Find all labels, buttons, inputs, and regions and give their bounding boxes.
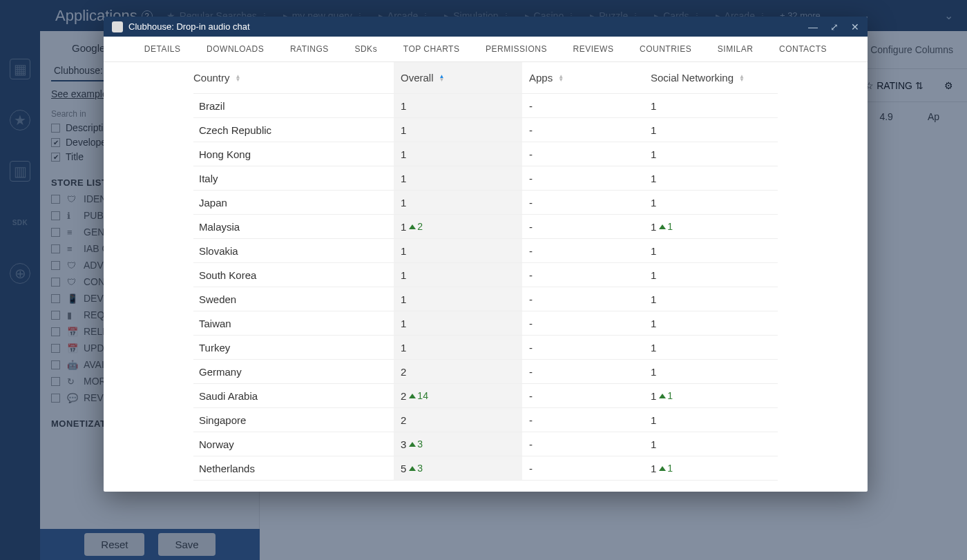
cell-social: 1 (651, 438, 779, 450)
modal-tab[interactable]: TOP CHARTS (403, 44, 460, 54)
modal-tab[interactable]: RATINGS (290, 44, 329, 54)
modal-tab[interactable]: CONTACTS (779, 44, 827, 54)
ranks-row[interactable]: Malaysia12-11 (193, 215, 778, 239)
cell-apps: - (522, 124, 651, 136)
cell-overall: 1 (394, 287, 522, 311)
cell-country: Germany (193, 366, 394, 378)
cell-country: Norway (193, 438, 394, 450)
cell-country: Slovakia (193, 245, 394, 257)
cell-country: Czech Republic (193, 124, 394, 136)
modal-tab[interactable]: SIMILAR (718, 44, 754, 54)
cell-apps: - (522, 390, 651, 402)
sort-icon: ▲▼ (739, 75, 745, 81)
cell-social: 1 (651, 269, 779, 281)
cell-social: 11 (651, 463, 779, 474)
rank-delta-up: 1 (659, 221, 673, 232)
ranks-row[interactable]: Hong Kong1-1 (193, 142, 778, 166)
col-country[interactable]: Country ▲▼ (193, 72, 394, 84)
col-overall[interactable]: Overall ▲▼ (394, 62, 522, 93)
cell-overall: 33 (394, 432, 522, 456)
cell-apps: - (522, 221, 651, 233)
cell-apps: - (522, 100, 651, 112)
cell-apps: - (522, 173, 651, 184)
ranks-row[interactable]: Netherlands53-11 (193, 456, 778, 481)
up-arrow-icon (409, 466, 416, 471)
modal-tab[interactable]: PERMISSIONS (486, 44, 547, 54)
app-icon (112, 21, 123, 32)
ranks-row[interactable]: Germany2-1 (193, 360, 778, 384)
cell-social: 1 (651, 366, 779, 378)
col-apps[interactable]: Apps ▲▼ (522, 72, 651, 84)
cell-social: 1 (651, 342, 779, 354)
up-arrow-icon (409, 394, 416, 398)
cell-overall: 2 (394, 408, 522, 432)
app-detail-modal: Clubhouse: Drop-in audio chat — ⤢ ✕ DETA… (104, 17, 868, 492)
ranks-row[interactable]: Turkey1-1 (193, 336, 778, 360)
ranks-row[interactable]: Brazil1-1 (193, 94, 778, 118)
ranks-row[interactable]: Taiwan1-1 (193, 311, 778, 336)
ranks-row[interactable]: Singapore2-1 (193, 408, 778, 432)
cell-overall: 1 (394, 263, 522, 287)
ranks-table: Country ▲▼ Overall ▲▼ Apps ▲▼ Social Net… (193, 62, 778, 481)
cell-overall: 1 (394, 311, 522, 335)
cell-apps: - (522, 197, 651, 209)
ranks-row[interactable]: Czech Republic1-1 (193, 118, 778, 142)
modal-tab[interactable]: COUNTRIES (640, 44, 691, 54)
modal-tab[interactable]: SDKs (354, 44, 377, 54)
rank-delta-up: 14 (409, 390, 428, 401)
cell-overall: 1 (394, 191, 522, 214)
cell-social: 1 (651, 318, 779, 329)
rank-delta-up: 1 (659, 463, 673, 474)
cell-social: 11 (651, 390, 779, 402)
cell-overall: 1 (394, 142, 522, 166)
modal-tabs: DETAILSDOWNLOADSRATINGSSDKsTOP CHARTSPER… (104, 37, 868, 62)
modal-tab[interactable]: REVIEWS (573, 44, 614, 54)
ranks-row[interactable]: South Korea1-1 (193, 263, 778, 287)
cell-overall: 1 (394, 336, 522, 359)
ranks-row[interactable]: Slovakia1-1 (193, 239, 778, 263)
up-arrow-icon (659, 466, 666, 471)
modal-title: Clubhouse: Drop-in audio chat (128, 21, 250, 32)
modal-tab[interactable]: DETAILS (144, 44, 181, 54)
cell-overall: 12 (394, 215, 522, 238)
cell-overall: 1 (394, 166, 522, 190)
ranks-table-head: Country ▲▼ Overall ▲▼ Apps ▲▼ Social Net… (193, 62, 778, 94)
cell-social: 1 (651, 245, 779, 257)
rank-delta-up: 1 (659, 390, 673, 401)
cell-apps: - (522, 463, 651, 474)
ranks-row[interactable]: Saudi Arabia214-11 (193, 384, 778, 408)
modal-header: Clubhouse: Drop-in audio chat — ⤢ ✕ (104, 17, 868, 37)
up-arrow-icon (659, 224, 666, 229)
sort-icon: ▲▼ (236, 75, 241, 81)
cell-apps: - (522, 293, 651, 305)
cell-social: 1 (651, 148, 779, 160)
minimize-icon[interactable]: — (808, 21, 818, 32)
col-social[interactable]: Social Networking ▲▼ (651, 72, 779, 84)
ranks-row[interactable]: Italy1-1 (193, 166, 778, 191)
cell-country: Singapore (193, 414, 394, 426)
cell-country: Malaysia (193, 221, 394, 233)
ranks-row[interactable]: Sweden1-1 (193, 287, 778, 311)
cell-apps: - (522, 342, 651, 354)
cell-country: Taiwan (193, 318, 394, 329)
rank-delta-up: 2 (409, 221, 423, 232)
modal-body: Country ▲▼ Overall ▲▼ Apps ▲▼ Social Net… (104, 62, 868, 492)
sort-icon: ▲▼ (439, 75, 445, 81)
ranks-row[interactable]: Japan1-1 (193, 191, 778, 215)
cell-country: Hong Kong (193, 148, 394, 160)
cell-apps: - (522, 148, 651, 160)
cell-social: 1 (651, 293, 779, 305)
cell-social: 1 (651, 173, 779, 184)
close-icon[interactable]: ✕ (851, 21, 859, 32)
cell-country: Saudi Arabia (193, 390, 394, 402)
ranks-row[interactable]: Norway33-1 (193, 432, 778, 456)
cell-social: 11 (651, 221, 779, 233)
cell-country: Japan (193, 197, 394, 209)
cell-social: 1 (651, 414, 779, 426)
cell-apps: - (522, 414, 651, 426)
modal-tab[interactable]: DOWNLOADS (207, 44, 264, 54)
expand-icon[interactable]: ⤢ (830, 21, 839, 32)
cell-overall: 214 (394, 384, 522, 407)
cell-overall: 1 (394, 118, 522, 142)
cell-social: 1 (651, 197, 779, 209)
